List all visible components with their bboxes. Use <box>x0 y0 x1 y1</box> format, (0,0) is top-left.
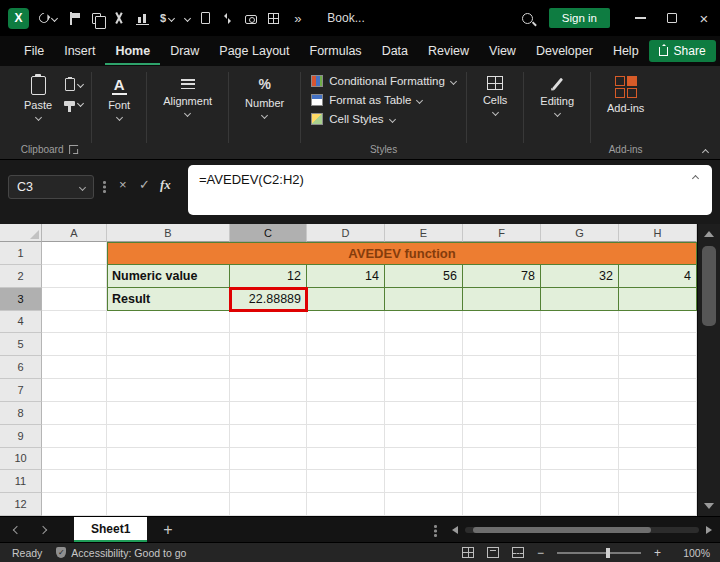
cell-B9[interactable] <box>107 425 230 448</box>
name-box[interactable]: C3 <box>8 175 94 199</box>
tab-insert[interactable]: Insert <box>54 37 105 65</box>
tab-help[interactable]: Help <box>603 37 649 65</box>
search-icon[interactable] <box>522 13 533 24</box>
cell-E10[interactable] <box>385 448 463 471</box>
cell-D12[interactable] <box>307 493 385 516</box>
cell-D4[interactable] <box>307 311 385 334</box>
cell-B10[interactable] <box>107 448 230 471</box>
switch-windows-button[interactable] <box>221 12 234 25</box>
zoom-in-button[interactable]: + <box>654 547 661 559</box>
paste-button[interactable]: Paste <box>16 72 60 141</box>
cell-B5[interactable] <box>107 333 230 356</box>
row-header-8[interactable]: 8 <box>0 402 42 425</box>
borders-button[interactable] <box>268 13 279 24</box>
row-header-10[interactable]: 10 <box>0 448 42 471</box>
cell-H6[interactable] <box>619 356 697 379</box>
cell-G6[interactable] <box>541 356 619 379</box>
previous-sheet-icon[interactable] <box>13 525 21 533</box>
paste-options-button[interactable] <box>65 78 83 91</box>
column-header-A[interactable]: A <box>42 224 107 242</box>
cell-G7[interactable] <box>541 379 619 402</box>
tab-bar-grip[interactable] <box>434 525 437 528</box>
cell-A2[interactable] <box>42 265 107 288</box>
row-header-1[interactable]: 1 <box>0 242 42 265</box>
cell-H12[interactable] <box>619 493 697 516</box>
cell-C7[interactable] <box>230 379 307 402</box>
column-header-D[interactable]: D <box>307 224 385 242</box>
horizontal-scrollbar-thumb[interactable] <box>473 527 651 533</box>
tab-developer[interactable]: Developer <box>526 37 603 65</box>
row-header-11[interactable]: 11 <box>0 470 42 493</box>
column-header-H[interactable]: H <box>619 224 697 242</box>
column-header-G[interactable]: G <box>541 224 619 242</box>
cell-D10[interactable] <box>307 448 385 471</box>
cell-E3[interactable] <box>385 288 463 311</box>
row-header-7[interactable]: 7 <box>0 379 42 402</box>
cell-A12[interactable] <box>42 493 107 516</box>
cell-F6[interactable] <box>463 356 541 379</box>
cell-F4[interactable] <box>463 311 541 334</box>
minimize-button[interactable] <box>624 0 656 36</box>
cell-F10[interactable] <box>463 448 541 471</box>
new-file-button[interactable] <box>201 12 210 24</box>
qat-dropdown-button[interactable] <box>185 16 190 21</box>
cell-F5[interactable] <box>463 333 541 356</box>
cell-A11[interactable] <box>42 470 107 493</box>
cell-G10[interactable] <box>541 448 619 471</box>
cell-A1[interactable] <box>42 242 107 265</box>
tab-page-layout[interactable]: Page Layout <box>209 37 299 65</box>
cell-C10[interactable] <box>230 448 307 471</box>
camera-button[interactable] <box>245 13 257 24</box>
redo-button[interactable] <box>68 12 81 25</box>
tab-file[interactable]: File <box>14 37 54 65</box>
zoom-slider-knob[interactable] <box>606 548 610 558</box>
cell-C6[interactable] <box>230 356 307 379</box>
horizontal-scrollbar-track[interactable] <box>465 527 699 533</box>
alignment-button[interactable]: Alignment <box>155 72 220 143</box>
dialog-launcher-icon[interactable] <box>69 145 78 154</box>
chart-button[interactable] <box>136 12 149 25</box>
row-header-3[interactable]: 3 <box>0 288 42 311</box>
cell-E7[interactable] <box>385 379 463 402</box>
page-layout-view-icon[interactable] <box>487 547 499 558</box>
qat-overflow-button[interactable]: » <box>294 11 301 26</box>
cell-H9[interactable] <box>619 425 697 448</box>
sheet-tab-sheet1[interactable]: Sheet1 <box>74 517 147 542</box>
zoom-out-button[interactable]: − <box>537 547 544 559</box>
cell-E6[interactable] <box>385 356 463 379</box>
cell-B11[interactable] <box>107 470 230 493</box>
cell-D2[interactable]: 14 <box>307 265 385 288</box>
cell-B12[interactable] <box>107 493 230 516</box>
cell-F8[interactable] <box>463 402 541 425</box>
cell-E4[interactable] <box>385 311 463 334</box>
page-break-view-icon[interactable] <box>512 547 524 558</box>
cell-A6[interactable] <box>42 356 107 379</box>
cell-D3[interactable] <box>307 288 385 311</box>
cell-B6[interactable] <box>107 356 230 379</box>
cell-E5[interactable] <box>385 333 463 356</box>
row-header-6[interactable]: 6 <box>0 356 42 379</box>
formula-input[interactable]: =AVEDEV(C2:H2) <box>188 165 712 215</box>
cell-A7[interactable] <box>42 379 107 402</box>
insert-function-button[interactable]: fx <box>160 178 171 191</box>
cell-C3-selected[interactable]: 22.88889 <box>230 288 307 311</box>
cell-D7[interactable] <box>307 379 385 402</box>
cell-D6[interactable] <box>307 356 385 379</box>
cell-B7[interactable] <box>107 379 230 402</box>
scroll-right-icon[interactable] <box>706 526 712 534</box>
cut-button[interactable] <box>112 12 125 25</box>
row-header-4[interactable]: 4 <box>0 311 42 334</box>
select-all-corner[interactable] <box>0 224 42 242</box>
cell-G2[interactable]: 32 <box>541 265 619 288</box>
cell-F3[interactable] <box>463 288 541 311</box>
cell-F12[interactable] <box>463 493 541 516</box>
cancel-button[interactable]: × <box>119 178 127 191</box>
cell-H10[interactable] <box>619 448 697 471</box>
cell-E9[interactable] <box>385 425 463 448</box>
cell-F2[interactable]: 78 <box>463 265 541 288</box>
cell-E11[interactable] <box>385 470 463 493</box>
editing-button[interactable]: Editing <box>532 72 582 143</box>
column-header-F[interactable]: F <box>463 224 541 242</box>
new-sheet-button[interactable]: + <box>163 522 172 538</box>
scroll-left-icon[interactable] <box>452 526 458 534</box>
